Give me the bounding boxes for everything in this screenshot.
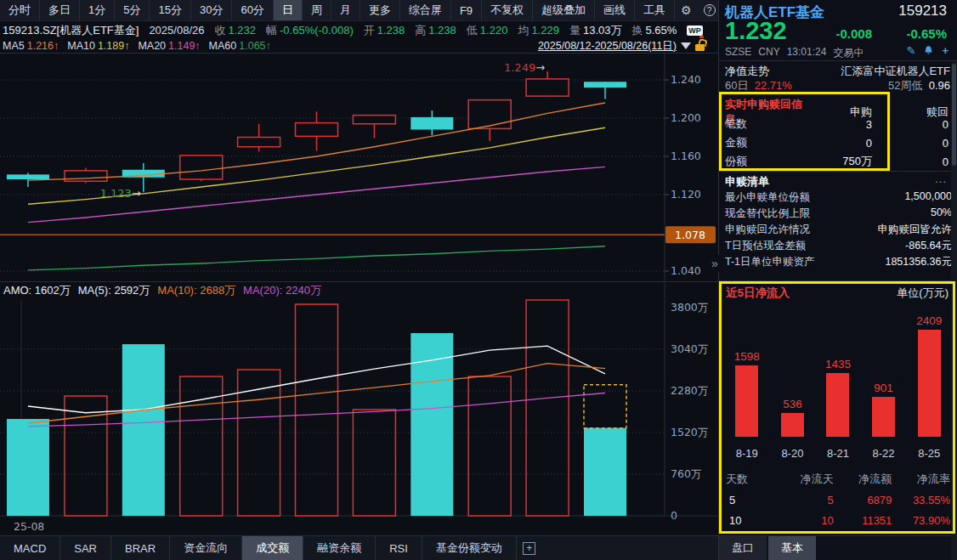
tab-60min[interactable]: 60分 [232, 0, 273, 20]
pcf-list-title[interactable]: 申赎清单 [725, 174, 769, 189]
more-ellipsis-icon[interactable]: ... [935, 173, 947, 185]
volume-bar[interactable] [584, 428, 626, 516]
tab-fenshi[interactable]: 分时 [0, 0, 40, 20]
candle-body[interactable] [7, 174, 49, 179]
ma60-legend: MA601.065↑ [209, 40, 271, 52]
tab-weekly[interactable]: 周 [303, 0, 331, 20]
nav-trend-row[interactable]: 净值走势 汇添富中证机器人ETF [725, 64, 950, 79]
composite-screen-button[interactable]: 综合屏 [400, 0, 451, 20]
flow-bar[interactable] [872, 397, 895, 437]
tab-5min[interactable]: 5分 [115, 0, 150, 20]
panel-scrollbar[interactable] [951, 62, 957, 560]
flow-bar-column: 5368-20 [770, 304, 816, 462]
net-inflow-table: 天数 净流天 净流额 净流率 5 5 6879 33.55% 10 10 113… [726, 469, 950, 530]
candle-body[interactable] [296, 123, 338, 137]
tab-duori[interactable]: 多日 [40, 0, 80, 20]
tab-order-book[interactable]: 盘口 [719, 536, 767, 560]
market-meta: SZSE CNY 13:01:24 交易中 [725, 46, 864, 60]
date-range-label[interactable]: 2025/08/12-2025/08/26(11日) [538, 39, 677, 54]
flow-bar[interactable] [735, 365, 758, 437]
date-range-selector[interactable]: 2025/08/12-2025/08/26(11日) [538, 39, 705, 53]
volume-bar[interactable] [468, 376, 511, 516]
volume-bar[interactable] [7, 419, 49, 516]
tab-sar[interactable]: SAR [60, 536, 111, 560]
unlock-icon[interactable] [695, 44, 705, 51]
tab-1min[interactable]: 1分 [80, 0, 115, 20]
tab-rsi[interactable]: RSI [376, 536, 422, 560]
nav-trend-label[interactable]: 净值走势 [725, 64, 769, 79]
candle-body[interactable] [526, 79, 569, 96]
volume-tick-label: 760万 [671, 467, 701, 480]
candle-body[interactable] [584, 82, 626, 88]
tab-macd[interactable]: MACD [0, 536, 60, 560]
candle-body[interactable] [411, 117, 453, 130]
currency-label: CNY [758, 46, 779, 60]
add-to-watchlist-icon[interactable]: + [942, 44, 949, 57]
volume-bar[interactable] [296, 304, 338, 516]
f9-button[interactable]: F9 [451, 0, 482, 20]
wp-badge[interactable]: WP [687, 25, 703, 36]
settings-gear-icon[interactable]: ⚙ [675, 3, 698, 17]
draw-line-button[interactable]: 画线 [595, 0, 635, 20]
tab-daily[interactable]: 日 [274, 0, 303, 20]
volume-bar[interactable] [65, 396, 107, 516]
tab-moneyflow[interactable]: 资金流向 [170, 536, 242, 560]
tab-30min[interactable]: 30分 [191, 0, 232, 20]
toolbar-right: 综合屏 F9 不复权 超级叠加 画线 工具 ⚙ ? › [400, 0, 737, 20]
amo-legend: AMO: 1602万 [3, 283, 71, 298]
candle-body[interactable] [65, 171, 107, 181]
flow-bar[interactable] [826, 373, 849, 437]
tab-fund-share[interactable]: 基金份额变动 [422, 536, 517, 560]
sub-row-amount: 金额 0 0 [725, 135, 949, 150]
scrollbar-thumb[interactable] [952, 64, 956, 166]
turnover-field: 换5.65% [631, 23, 677, 38]
pcf-row: 最小申赎单位份额1,500,000 [725, 190, 952, 205]
tracking-index-name: 汇添富中证机器人ETF [841, 64, 950, 79]
flow-date-label: 8-22 [873, 437, 895, 462]
tab-monthly[interactable]: 月 [331, 0, 360, 20]
tab-turnover[interactable]: 成交额 [242, 536, 303, 560]
collapse-panel-icon[interactable]: » [711, 255, 719, 272]
table-cell: 6879 [834, 489, 892, 510]
volume-bar[interactable] [353, 410, 395, 516]
super-overlay-button[interactable]: 超级叠加 [533, 0, 595, 20]
tools-button[interactable]: 工具 [635, 0, 675, 20]
stats-row: 60日 22.71% 52周低 0.96 [725, 78, 950, 93]
divider [719, 60, 957, 61]
candle-body[interactable] [353, 116, 395, 124]
nav-reference-value: 1.078 [675, 229, 705, 241]
candle-body[interactable] [238, 138, 280, 147]
alert-bell-icon[interactable] [923, 45, 934, 56]
volume-projection-box [584, 385, 626, 428]
net-inflow-unit: 单位(万元) [897, 286, 949, 301]
volume-bar[interactable] [122, 344, 165, 516]
ma10-legend: MA101.189↑ [67, 40, 129, 52]
add-indicator-icon[interactable]: + [517, 536, 542, 560]
tab-basic-info[interactable]: 基本 [768, 536, 816, 560]
symbol-label[interactable]: 159213.SZ[机器人ETF基金] [3, 23, 139, 38]
candle-body[interactable] [180, 156, 223, 179]
table-cell: 33.55% [892, 489, 950, 510]
flow-value-label: 2409 [916, 314, 942, 327]
volume-bar[interactable] [526, 300, 569, 516]
vol-ma10-legend: MA(10): 2688万 [157, 283, 235, 298]
flow-date-label: 8-25 [918, 437, 940, 462]
chevron-down-icon[interactable] [681, 42, 691, 49]
tab-15min[interactable]: 15分 [150, 0, 190, 20]
flow-bar[interactable] [781, 413, 804, 437]
candle-body[interactable] [468, 100, 511, 129]
flow-value-label: 901 [874, 382, 893, 394]
flow-bar[interactable] [918, 330, 941, 437]
net-inflow-bar-chart[interactable]: 15988-195368-2014358-219018-2224098-25 [724, 304, 952, 462]
quote-infobar: 159213.SZ[机器人ETF基金] 2025/08/26 收1.232 幅-… [0, 21, 718, 39]
table-cell: 5 [775, 489, 834, 510]
edit-pencil-icon[interactable]: ✎ [907, 44, 916, 57]
panel-tabs: 盘口 基本 [719, 535, 957, 560]
tab-brar[interactable]: BRAR [111, 536, 170, 560]
tab-margin[interactable]: 融资余额 [303, 536, 376, 560]
tab-more[interactable]: 更多 [360, 0, 400, 20]
flow-value-label: 1435 [825, 358, 851, 371]
no-adjust-button[interactable]: 不复权 [482, 0, 533, 20]
bell-glyph [923, 45, 934, 56]
flow-bar-column: 9018-22 [861, 304, 907, 462]
